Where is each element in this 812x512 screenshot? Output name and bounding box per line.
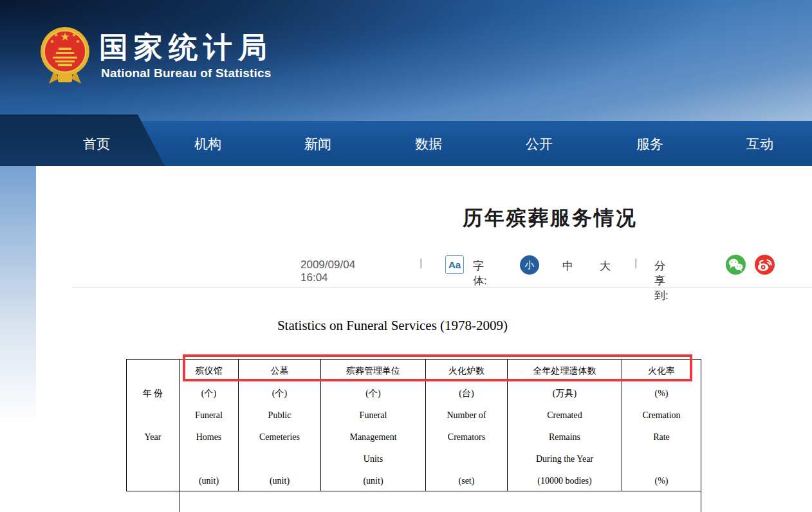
cell-line <box>239 448 320 470</box>
nav-item-institution[interactable]: 机构 <box>194 135 221 153</box>
share-to-label: 分享到: <box>654 259 669 303</box>
cell-line: Cremated <box>508 405 622 426</box>
meta-divider-line <box>72 287 812 288</box>
cell-line: (%) <box>622 383 701 405</box>
cell-line: Cremation <box>622 405 701 426</box>
cell-line <box>180 448 238 470</box>
nav-item-disclosure[interactable]: 公开 <box>526 135 553 153</box>
cell-line <box>127 448 179 470</box>
cell-line <box>127 470 179 492</box>
cell-line: Public <box>239 405 320 426</box>
meta-separator: | <box>420 257 422 270</box>
cell-line: Rate <box>622 426 701 448</box>
nav-item-home[interactable]: 首页 <box>83 135 110 153</box>
cell-line <box>426 448 507 470</box>
cell-line: Homes <box>180 426 238 448</box>
site-header: ★ ★ ★ ★ ★ 国家统计局 National Bureau of Stati… <box>0 0 812 121</box>
cell-line: (unit) <box>180 470 238 492</box>
svg-text:★: ★ <box>53 32 58 38</box>
cell-line: (个) <box>239 383 320 405</box>
nav-item-news[interactable]: 新闻 <box>304 135 331 153</box>
red-highlight-annotation <box>183 354 692 381</box>
meta-separator: | <box>634 257 637 270</box>
cell-line: (个) <box>321 383 425 405</box>
cell-line: 年 份 <box>127 383 179 405</box>
wechat-icon[interactable] <box>726 255 746 275</box>
font-size-small-button[interactable]: 小 <box>520 255 539 275</box>
cell-line: (万具) <box>508 383 622 405</box>
publish-date: 2009/09/04 16:04 <box>300 259 355 284</box>
weibo-icon[interactable] <box>755 255 775 275</box>
cell-line <box>127 405 179 426</box>
cell-line: (unit) <box>321 470 425 492</box>
cell-line: Cremators <box>426 426 507 448</box>
cell-line: (个) <box>180 383 238 405</box>
site-title-zh: 国家统计局 <box>99 28 273 67</box>
table-column-year: 年 份 Year <box>127 360 180 491</box>
cell-line: (10000 bodies) <box>508 470 622 492</box>
cell-line: (set) <box>426 470 507 492</box>
nav-item-data[interactable]: 数据 <box>415 135 442 153</box>
nav-item-services[interactable]: 服务 <box>636 135 663 153</box>
table-divider-extension <box>180 491 180 512</box>
cell-line: Units <box>321 448 425 470</box>
cell-line: Management <box>321 426 425 448</box>
cell-line: Number of <box>426 405 507 426</box>
svg-text:★: ★ <box>71 32 76 38</box>
page: ★ ★ ★ ★ ★ 国家统计局 National Bureau of Stati… <box>0 0 812 512</box>
cell-line: (%) <box>622 470 701 492</box>
cell-line <box>622 448 701 470</box>
svg-text:★: ★ <box>50 39 54 44</box>
cell-line: Cemeteries <box>239 426 320 448</box>
font-size-label: 字体: <box>473 259 487 288</box>
cell-line: Remains <box>508 426 622 448</box>
cell-line: Funeral <box>180 405 238 426</box>
font-size-large-button[interactable]: 大 <box>600 259 611 273</box>
page-title: 历年殡葬服务情况 <box>392 205 708 232</box>
cell-line: Funeral <box>321 405 425 426</box>
left-gradient-strip <box>0 166 36 423</box>
font-size-medium-button[interactable]: 中 <box>562 259 573 273</box>
cell-line: Year <box>127 426 179 448</box>
cell-line: (unit) <box>239 470 320 492</box>
svg-text:★: ★ <box>75 39 80 44</box>
nav-item-interaction[interactable]: 互动 <box>746 135 773 153</box>
column-header <box>127 360 179 383</box>
table-border-extension <box>701 491 701 512</box>
font-size-icon[interactable]: Aa <box>445 255 464 274</box>
table-title: Statistics on Funeral Services (1978-200… <box>199 318 586 334</box>
active-tab-highlight <box>0 114 165 166</box>
cell-line: During the Year <box>508 448 622 470</box>
china-national-emblem-icon: ★ ★ ★ ★ ★ <box>40 24 90 86</box>
cell-line: (台) <box>426 383 507 405</box>
site-title-en: National Bureau of Statistics <box>101 66 271 80</box>
svg-text:★: ★ <box>60 31 69 43</box>
